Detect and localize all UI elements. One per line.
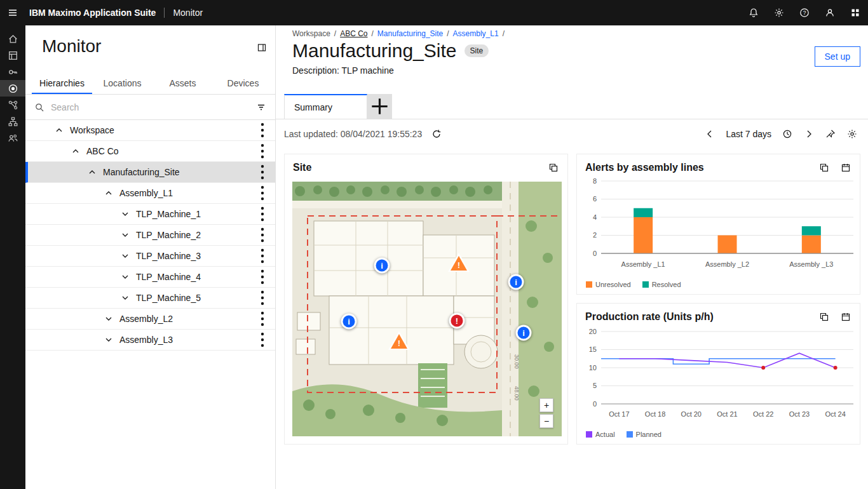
site-map-markers: i!ii!i! <box>292 182 562 436</box>
settings-icon[interactable] <box>766 0 792 25</box>
close-panel-icon[interactable] <box>257 43 267 53</box>
duplicate-card-icon[interactable] <box>819 163 829 173</box>
overflow-menu-icon[interactable] <box>252 141 273 161</box>
svg-text:Oct 23: Oct 23 <box>789 410 810 418</box>
overflow-menu-icon[interactable] <box>252 309 273 329</box>
overflow-menu-icon[interactable] <box>252 288 273 308</box>
chevron-down-icon[interactable] <box>120 230 130 240</box>
menu-icon[interactable] <box>0 0 25 25</box>
tree-item-tlp-machine-3[interactable]: TLP_Machine_3 <box>25 246 275 267</box>
help-icon[interactable]: ? <box>792 0 817 25</box>
time-picker-icon[interactable] <box>779 126 796 142</box>
range-forward-icon[interactable] <box>801 126 817 142</box>
tree-item-label: TLP_Machine_4 <box>136 272 201 282</box>
info-marker-icon[interactable]: i <box>516 325 532 341</box>
legend-swatch <box>586 431 592 438</box>
overflow-menu-icon[interactable] <box>252 204 273 224</box>
refresh-icon[interactable] <box>428 126 445 142</box>
overflow-menu-icon[interactable] <box>252 162 273 182</box>
legend-swatch <box>642 281 649 288</box>
calendar-icon[interactable] <box>841 312 851 322</box>
svg-text:Assembly _L3: Assembly _L3 <box>789 260 833 268</box>
chevron-down-icon[interactable] <box>104 314 114 324</box>
header-actions: ? <box>741 0 868 25</box>
tree-item-assembly-l3[interactable]: Assembly_L3 <box>25 330 275 351</box>
range-back-icon[interactable] <box>702 126 718 142</box>
add-tab-button[interactable] <box>367 94 392 119</box>
info-marker-icon[interactable]: i <box>508 274 524 290</box>
warning-marker-icon[interactable]: ! <box>448 253 470 272</box>
notification-icon[interactable] <box>741 0 766 25</box>
search-input[interactable] <box>51 102 251 112</box>
chevron-down-icon[interactable] <box>120 272 130 282</box>
chevron-down-icon[interactable] <box>120 293 130 303</box>
warning-marker-icon[interactable]: ! <box>388 331 410 350</box>
legend-item-unresolved[interactable]: Unresolved <box>586 281 631 288</box>
tree-item-workspace[interactable]: Workspace <box>25 120 275 141</box>
user-avatar-icon[interactable] <box>817 0 843 25</box>
info-marker-icon[interactable]: i <box>341 314 357 330</box>
tree-item-tlp-machine-5[interactable]: TLP_Machine_5 <box>25 288 275 309</box>
tree-item-tlp-machine-1[interactable]: TLP_Machine_1 <box>25 204 275 225</box>
chevron-up-icon[interactable] <box>104 188 114 198</box>
calendar-icon[interactable] <box>841 163 851 173</box>
breadcrumb-separator: / <box>334 29 336 38</box>
site-map[interactable]: 30.00 48.00 i!ii!i! + − <box>292 182 562 436</box>
tree-item-abc co[interactable]: ABC Co <box>25 141 275 162</box>
tab-locations[interactable]: Locations <box>92 74 153 94</box>
chevron-down-icon[interactable] <box>104 335 114 345</box>
duplicate-card-icon[interactable] <box>819 312 829 322</box>
overflow-menu-icon[interactable] <box>252 267 273 287</box>
legend-item-actual[interactable]: Actual <box>586 431 615 438</box>
chevron-up-icon[interactable] <box>71 146 81 156</box>
rail-users-icon[interactable] <box>0 130 25 146</box>
tree-item-label: Assembly_L3 <box>119 335 173 345</box>
error-marker-icon[interactable]: ! <box>449 313 465 329</box>
tree-item-assembly-l1[interactable]: Assembly_L1 <box>25 183 275 204</box>
tree-item-tlp-machine-2[interactable]: TLP_Machine_2 <box>25 225 275 246</box>
dashboard-settings-icon[interactable] <box>844 126 860 142</box>
legend-item-planned[interactable]: Planned <box>627 431 661 438</box>
rail-devices-icon[interactable] <box>0 47 25 64</box>
app-switcher-icon[interactable] <box>843 0 868 25</box>
duplicate-card-icon[interactable] <box>548 163 559 173</box>
chevron-down-icon[interactable] <box>120 209 130 219</box>
app-side-rail <box>0 25 25 489</box>
time-range-selector[interactable]: Last 7 days <box>723 129 774 139</box>
breadcrumb-item[interactable]: Manufacturing_Site <box>377 29 443 38</box>
tab-assets[interactable]: Assets <box>153 74 213 94</box>
overflow-menu-icon[interactable] <box>252 225 273 245</box>
breadcrumb-item[interactable]: Assembly_L1 <box>453 29 499 38</box>
overflow-menu-icon[interactable] <box>252 120 273 140</box>
chevron-up-icon[interactable] <box>87 167 97 177</box>
overflow-menu-icon[interactable] <box>252 330 273 350</box>
rail-monitor-icon[interactable] <box>0 80 25 97</box>
tab-hierarchies[interactable]: Hierarchies <box>32 74 92 94</box>
breadcrumb-item[interactable]: ABC Co <box>340 29 367 38</box>
legend-item-resolved[interactable]: Resolved <box>642 281 681 288</box>
zoom-in-button[interactable]: + <box>539 398 553 412</box>
pin-icon[interactable] <box>822 126 839 142</box>
tree-item-manufacturing-site[interactable]: Manufacturing_Site <box>25 162 275 183</box>
tab-devices[interactable]: Devices <box>213 74 273 94</box>
tree-item-assembly-l2[interactable]: Assembly_L2 <box>25 309 275 330</box>
filter-icon[interactable] <box>251 97 271 117</box>
zoom-out-button[interactable]: − <box>539 414 553 428</box>
chevron-up-icon[interactable] <box>54 125 64 135</box>
rail-data-flow-icon[interactable] <box>0 97 25 113</box>
tree-item-tlp-machine-4[interactable]: TLP_Machine_4 <box>25 267 275 288</box>
rail-key-icon[interactable] <box>0 64 25 80</box>
info-marker-icon[interactable]: i <box>374 258 390 274</box>
chevron-down-icon[interactable] <box>120 251 130 261</box>
overflow-menu-icon[interactable] <box>252 183 273 203</box>
tab-summary[interactable]: Summary <box>284 94 367 119</box>
rail-hierarchy-icon[interactable] <box>0 113 25 130</box>
warning-exclamation: ! <box>388 339 410 348</box>
breadcrumb-separator: / <box>447 29 449 38</box>
set-up-button[interactable]: Set up <box>815 46 860 67</box>
overflow-menu-icon[interactable] <box>252 246 273 266</box>
left-panel: Monitor HierarchiesLocationsAssetsDevice… <box>25 25 276 489</box>
svg-text:Oct 17: Oct 17 <box>609 410 629 418</box>
dashboard-toolbar: Last updated: 08/04/2021 19:55:23 Last 7… <box>276 119 868 149</box>
rail-home-icon[interactable] <box>0 30 25 47</box>
